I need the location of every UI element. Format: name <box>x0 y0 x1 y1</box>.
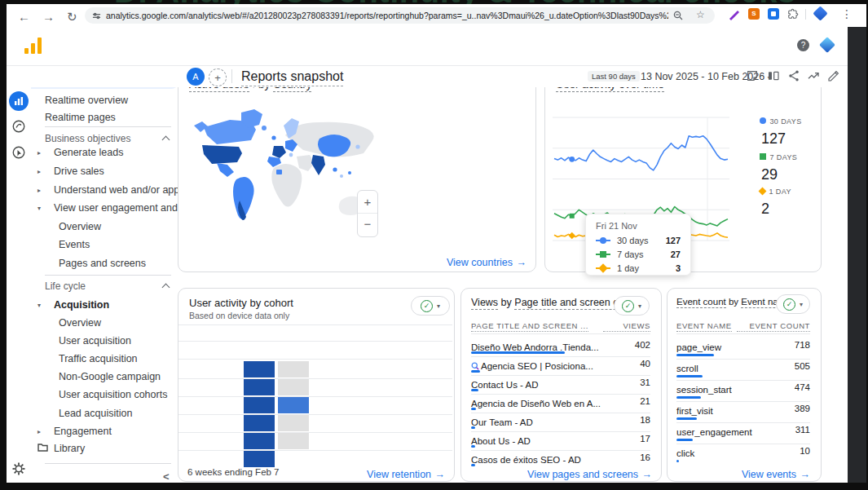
site-info-icon[interactable] <box>92 11 101 20</box>
world-map[interactable] <box>189 103 378 245</box>
search-result-icon <box>471 362 479 370</box>
zoom-out-icon[interactable] <box>673 11 683 20</box>
row-value: 21 <box>618 396 650 406</box>
back-icon[interactable]: ← <box>18 11 30 23</box>
notes-icon[interactable] <box>746 69 759 82</box>
table-divider <box>471 450 650 451</box>
row-value: 505 <box>778 361 810 371</box>
extension-pen-icon[interactable] <box>728 9 739 20</box>
advertising-icon[interactable] <box>11 145 26 160</box>
cohort-cell[interactable] <box>278 361 309 377</box>
legend-1-day[interactable]: 1 DAY 2 <box>760 183 791 218</box>
card-status-dropdown[interactable]: ✓▾ <box>776 294 810 314</box>
collapse-icon[interactable]: ▾ <box>37 302 41 309</box>
avatar[interactable]: A <box>187 68 205 86</box>
metric-selector[interactable]: Views <box>471 297 498 310</box>
refresh-icon[interactable]: ↻ <box>67 11 77 23</box>
legend-7-days[interactable]: 7 DAYS 29 <box>760 148 797 183</box>
view-countries-link[interactable]: View countries → <box>372 254 527 269</box>
cohort-cell[interactable] <box>278 379 309 395</box>
column-header-views[interactable]: VIEWS <box>603 321 650 332</box>
arrow-right-icon: → <box>435 469 446 480</box>
sidebar-item-view-user-engagement[interactable]: View user engagement and r... <box>54 202 192 214</box>
map-zoom-out-button[interactable]: − <box>358 214 377 236</box>
sidebar-subitem-lead-acquisition[interactable]: Lead acquisition <box>59 408 132 419</box>
bookmark-star-icon[interactable]: ☆ <box>696 9 705 20</box>
sidebar-item-understand-web-app[interactable]: Understand web and/or app t... <box>54 184 194 196</box>
share-icon[interactable] <box>787 69 800 82</box>
view-retention-link[interactable]: View retention → <box>342 466 445 481</box>
table-row: Contact Us - AD31 <box>471 377 650 394</box>
collapse-icon[interactable]: ▾ <box>37 205 41 212</box>
card-status-dropdown[interactable]: ✓▾ <box>614 296 650 316</box>
extensions-puzzle-icon[interactable] <box>787 8 799 20</box>
sidebar-item-realtime-pages[interactable]: Realtime pages <box>45 112 116 123</box>
extension-orange-icon[interactable]: S <box>748 8 760 20</box>
card-status-dropdown[interactable]: ✓▾ <box>411 296 450 316</box>
map-zoom-in-button[interactable]: + <box>358 191 377 214</box>
cohort-cell[interactable] <box>278 433 309 449</box>
cohort-cell[interactable] <box>278 397 309 413</box>
cohort-cell[interactable] <box>244 397 275 413</box>
settings-gear-icon[interactable] <box>11 461 26 476</box>
value-bar <box>471 351 565 354</box>
legend-square-icon <box>760 153 766 160</box>
add-comparison-button[interactable]: + <box>209 68 227 86</box>
sidebar-subitem-overview[interactable]: Overview <box>59 221 101 232</box>
sidebar-subitem-acq-overview[interactable]: Overview <box>59 317 101 329</box>
pages-card-title: Views by Page title and screen class <box>471 297 637 308</box>
extension-blue-icon[interactable] <box>768 8 779 20</box>
sidebar-subitem-user-acquisition[interactable]: User acquisition <box>59 335 131 347</box>
diamond-marker-icon <box>598 263 607 272</box>
help-icon[interactable]: ? <box>797 39 809 51</box>
expand-icon[interactable]: ▸ <box>37 187 41 194</box>
explore-icon[interactable] <box>11 119 26 134</box>
analytics-logo-icon[interactable] <box>24 38 42 54</box>
cohort-cell[interactable] <box>244 361 275 377</box>
cohort-cell[interactable] <box>244 451 275 467</box>
page-title: Reports snapshot <box>241 69 343 86</box>
sidebar-divider <box>45 126 171 127</box>
column-header-event-name[interactable]: EVENT NAME <box>676 321 732 332</box>
expand-icon[interactable]: ▸ <box>37 149 41 157</box>
table-divider <box>676 401 810 402</box>
forward-icon[interactable]: → <box>42 11 55 23</box>
sidebar-divider <box>45 275 171 276</box>
insights-icon[interactable] <box>807 69 820 82</box>
sidebar-subitem-events[interactable]: Events <box>59 239 90 250</box>
reports-nav-icon[interactable] <box>9 91 29 111</box>
legend-30-days[interactable]: 30 DAYS 127 <box>760 113 802 148</box>
sidebar-item-drive-sales[interactable]: Drive sales <box>54 166 104 177</box>
view-pages-link[interactable]: View pages and screens → <box>522 466 652 481</box>
value-bar <box>676 396 701 399</box>
column-header-page-title[interactable]: PAGE TITLE AND SCREEN ... <box>471 321 588 332</box>
column-header-event-count[interactable]: EVENT COUNT <box>737 321 810 332</box>
cohort-cell[interactable] <box>244 415 275 431</box>
sidebar-subitem-user-acquisition-cohorts[interactable]: User acquisition cohorts <box>59 389 167 400</box>
comparison-icon[interactable] <box>767 69 780 82</box>
value-bar <box>676 460 679 462</box>
folder-icon <box>37 443 48 452</box>
sidebar-item-generate-leads[interactable]: Generate leads <box>54 147 123 158</box>
sidebar-item-realtime-overview[interactable]: Realtime overview <box>45 95 128 106</box>
browser-menu-icon[interactable]: ⋮ <box>841 7 853 20</box>
expand-icon[interactable]: ▸ <box>37 168 41 175</box>
address-bar[interactable]: analytics.google.com/analytics/web/#/a20… <box>85 7 715 24</box>
sidebar-subitem-traffic-acquisition[interactable]: Traffic acquisition <box>59 353 138 364</box>
sidebar-item-engagement[interactable]: Engagement <box>54 426 112 437</box>
metric-selector[interactable]: Event count <box>676 297 726 308</box>
sidebar-subitem-non-google-campaign[interactable]: Non-Google campaign <box>59 371 161 382</box>
edit-pencil-icon[interactable] <box>827 69 840 82</box>
view-events-link[interactable]: View events → <box>712 466 810 481</box>
sidebar-section-business-objectives[interactable]: Business objectives <box>45 133 130 144</box>
expand-icon[interactable]: ▸ <box>37 428 41 435</box>
cohort-cell[interactable] <box>278 415 309 431</box>
sidebar-subitem-pages-screens[interactable]: Pages and screens <box>59 258 146 269</box>
cohort-cell[interactable] <box>244 433 275 449</box>
sidebar-section-life-cycle[interactable]: Life cycle <box>45 280 86 292</box>
collapse-sidebar-icon[interactable]: < <box>163 470 170 483</box>
sidebar-item-acquisition[interactable]: Acquisition <box>54 299 109 311</box>
cohort-cell[interactable] <box>244 379 275 395</box>
sidebar-item-library[interactable]: Library <box>54 443 85 454</box>
table-divider <box>471 375 650 376</box>
